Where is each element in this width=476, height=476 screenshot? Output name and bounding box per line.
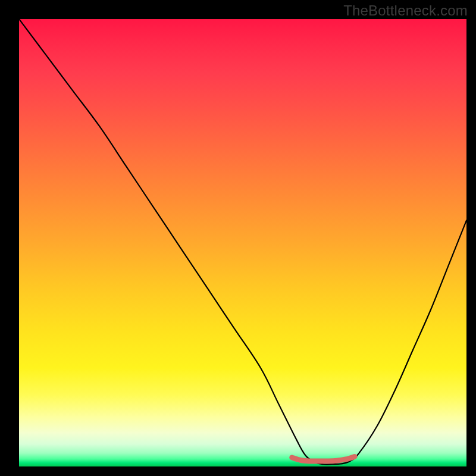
optimal-band-path xyxy=(292,456,355,461)
watermark-text: TheBottleneck.com xyxy=(343,2,468,19)
plot-area xyxy=(19,19,466,466)
chart-svg xyxy=(19,19,466,466)
chart-frame: TheBottleneck.com xyxy=(0,0,476,476)
bottleneck-curve-path xyxy=(19,19,466,465)
